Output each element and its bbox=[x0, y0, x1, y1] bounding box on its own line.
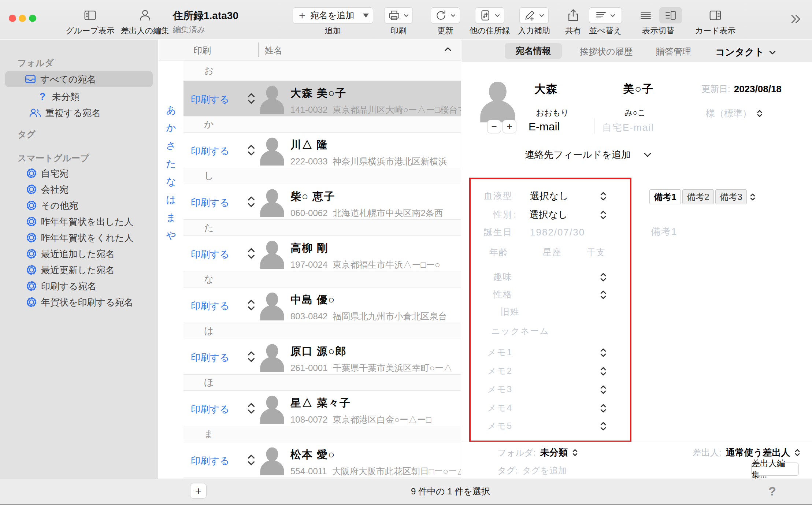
tag-field[interactable]: タグ: タグを追加 bbox=[497, 465, 567, 476]
last-kana-field[interactable]: おおもり bbox=[536, 107, 569, 118]
help-button[interactable]: ? bbox=[768, 484, 776, 498]
notes-placeholder[interactable]: 備考1 bbox=[651, 225, 677, 238]
print-toggle[interactable]: 印刷する bbox=[191, 351, 229, 364]
stepper-icon[interactable] bbox=[246, 350, 256, 363]
add-contact-field-button[interactable]: 連絡先フィールドを追加 bbox=[525, 148, 652, 161]
stepper-icon[interactable] bbox=[600, 385, 607, 395]
toolbar-sender-edit[interactable]: 差出人の編集 bbox=[123, 7, 167, 36]
honorific-select[interactable]: 様（標準） bbox=[706, 107, 763, 119]
sidebar-item-smart-company[interactable]: 会社宛 bbox=[26, 181, 68, 197]
stepper-icon[interactable] bbox=[600, 421, 607, 431]
name-column-header[interactable]: 姓名 bbox=[265, 45, 282, 56]
sidebar-item-smart-home[interactable]: 自宅宛 bbox=[26, 165, 68, 181]
index-letter[interactable]: た bbox=[159, 157, 183, 170]
remove-email-button[interactable]: − bbox=[487, 120, 501, 133]
toolbar-card-view[interactable]: カード表示 bbox=[698, 7, 733, 36]
nickname-label[interactable]: ニックネーム bbox=[491, 325, 549, 337]
index-letter[interactable]: ま bbox=[159, 211, 183, 224]
print-toggle[interactable]: 印刷する bbox=[191, 403, 229, 416]
birthday-value[interactable]: 1982/07/30 bbox=[530, 227, 585, 238]
print-toggle[interactable]: 印刷する bbox=[191, 454, 229, 467]
index-letter[interactable]: か bbox=[159, 121, 183, 134]
sidebar-item-smart-received-last-year[interactable]: 昨年年賀状をくれた人 bbox=[26, 230, 133, 246]
notes-tab-3[interactable]: 備考3 bbox=[715, 189, 747, 204]
notes-tab-1[interactable]: 備考1 bbox=[649, 189, 681, 204]
print-toggle[interactable]: 印刷する bbox=[191, 248, 229, 261]
stepper-icon[interactable] bbox=[246, 298, 256, 312]
index-letter[interactable]: な bbox=[159, 175, 183, 188]
email-placeholder[interactable]: 自宅E-mail bbox=[602, 121, 654, 134]
sidebar-item-smart-recently-added[interactable]: 最近追加した宛名 bbox=[26, 246, 115, 262]
sender-select[interactable]: 差出人: 通常使う差出人 bbox=[693, 446, 800, 458]
last-name-field[interactable]: 大森 bbox=[534, 82, 558, 97]
sidebar-item-duplicates[interactable]: 重複する宛名 bbox=[29, 105, 101, 121]
print-toggle[interactable]: 印刷する bbox=[191, 145, 229, 157]
tab-gift-management[interactable]: 贈答管理 bbox=[656, 46, 691, 57]
close-button[interactable] bbox=[9, 15, 16, 22]
toolbar-share[interactable]: 共有 bbox=[562, 7, 585, 36]
zoom-button[interactable] bbox=[29, 15, 36, 22]
list-detail-view-segment[interactable] bbox=[659, 7, 682, 23]
contact-row[interactable]: 印刷する 松本 愛○ 554-0011大阪府大阪市此花区朝日□ー○ー△ bbox=[183, 442, 461, 478]
sidebar-item-smart-to-print[interactable]: 印刷する宛名 bbox=[26, 278, 96, 294]
index-letter[interactable]: さ bbox=[159, 139, 183, 152]
stepper-icon[interactable] bbox=[600, 348, 607, 358]
list-view-segment[interactable] bbox=[634, 7, 657, 23]
input-assist-button[interactable] bbox=[519, 7, 549, 23]
folder-select[interactable]: フォルダ: 未分類 bbox=[497, 446, 578, 458]
contact-photo[interactable] bbox=[478, 78, 517, 124]
sidebar-item-all-contacts[interactable]: すべての宛名 bbox=[5, 71, 153, 87]
contact-row[interactable]: 印刷する 原口 源○郎 261-0001千葉県千葉市美浜区幸町○ー△ bbox=[183, 339, 461, 375]
stepper-icon[interactable] bbox=[246, 453, 256, 467]
index-letter[interactable]: あ bbox=[159, 104, 183, 117]
add-contact-button[interactable]: ＋ 宛名を追加 bbox=[293, 7, 373, 23]
add-email-button[interactable]: + bbox=[503, 120, 516, 133]
sidebar-item-smart-recently-updated[interactable]: 最近更新した宛名 bbox=[26, 262, 115, 278]
tab-greeting-history[interactable]: 挨拶状の履歴 bbox=[580, 46, 633, 57]
stepper-icon[interactable] bbox=[600, 366, 607, 376]
stepper-icon[interactable] bbox=[246, 195, 256, 208]
stepper-icon[interactable] bbox=[750, 193, 756, 201]
other-books-button[interactable] bbox=[475, 7, 504, 23]
sidebar-item-uncategorized[interactable]: ? 未分類 bbox=[37, 89, 79, 105]
stepper-icon[interactable] bbox=[600, 272, 607, 282]
update-button[interactable] bbox=[431, 7, 460, 23]
contact-row[interactable]: 印刷する 大森 美○子 141-0032東京都品川区大崎○ー△ー□桜台マンシ… bbox=[183, 81, 461, 116]
minimize-button[interactable] bbox=[19, 15, 26, 22]
stepper-icon[interactable] bbox=[600, 191, 607, 201]
notes-tab-2[interactable]: 備考2 bbox=[682, 189, 714, 204]
sidebar-item-smart-sent-last-year[interactable]: 昨年年賀状を出した人 bbox=[26, 213, 133, 230]
stepper-icon[interactable] bbox=[246, 144, 256, 157]
sidebar-item-smart-nenga-print[interactable]: 年賀状を印刷する宛名 bbox=[26, 294, 133, 310]
first-kana-field[interactable]: み○こ bbox=[624, 107, 646, 118]
gender-value[interactable]: 選択なし bbox=[529, 208, 568, 221]
collapse-chevron-icon[interactable] bbox=[443, 45, 453, 53]
overflow-chevrons-icon[interactable] bbox=[788, 12, 803, 26]
stepper-icon[interactable] bbox=[246, 402, 256, 415]
stepper-icon[interactable] bbox=[600, 210, 607, 220]
first-name-field[interactable]: 美○子 bbox=[623, 82, 654, 97]
print-button[interactable] bbox=[384, 7, 413, 23]
index-letter[interactable]: は bbox=[159, 193, 183, 206]
maiden-name-label[interactable]: 旧姓 bbox=[501, 306, 520, 318]
tab-address-info[interactable]: 宛名情報 bbox=[505, 43, 562, 59]
sidebar-item-smart-other[interactable]: その他宛 bbox=[26, 197, 78, 213]
contact-row[interactable]: 印刷する 中島 優○ 803-0842福岡県北九州市小倉北区泉台 bbox=[183, 287, 461, 323]
print-column-header[interactable]: 印刷 bbox=[193, 45, 211, 56]
column-divider[interactable] bbox=[258, 42, 259, 57]
contact-row[interactable]: 印刷する 星△ 菜々子 108-0072東京都港区白金○ー△ー□ bbox=[183, 391, 461, 426]
contact-row[interactable]: 印刷する 川△ 隆 222-0033神奈川県横浜市港北区新横浜 bbox=[183, 133, 461, 168]
print-toggle[interactable]: 印刷する bbox=[191, 300, 229, 312]
print-toggle[interactable]: 印刷する bbox=[191, 93, 229, 106]
contact-row[interactable]: 印刷する 柴○ 恵子 060-0062北海道札幌市中央区南2条西 bbox=[183, 184, 461, 220]
print-toggle[interactable]: 印刷する bbox=[191, 196, 229, 209]
contact-row[interactable]: 印刷する 高柳 剛 197-0024東京都福生市牛浜△ー□ー○ bbox=[183, 236, 461, 271]
blood-type-value[interactable]: 選択なし bbox=[530, 190, 568, 203]
toolbar-group-display[interactable]: グループ表示 bbox=[70, 7, 111, 36]
stepper-icon[interactable] bbox=[600, 403, 607, 413]
stepper-icon[interactable] bbox=[246, 247, 256, 260]
tab-contact-menu[interactable]: コンタクト bbox=[715, 46, 776, 59]
index-letter[interactable]: や bbox=[159, 229, 183, 242]
sort-button[interactable] bbox=[589, 7, 622, 23]
stepper-icon[interactable] bbox=[246, 92, 256, 105]
